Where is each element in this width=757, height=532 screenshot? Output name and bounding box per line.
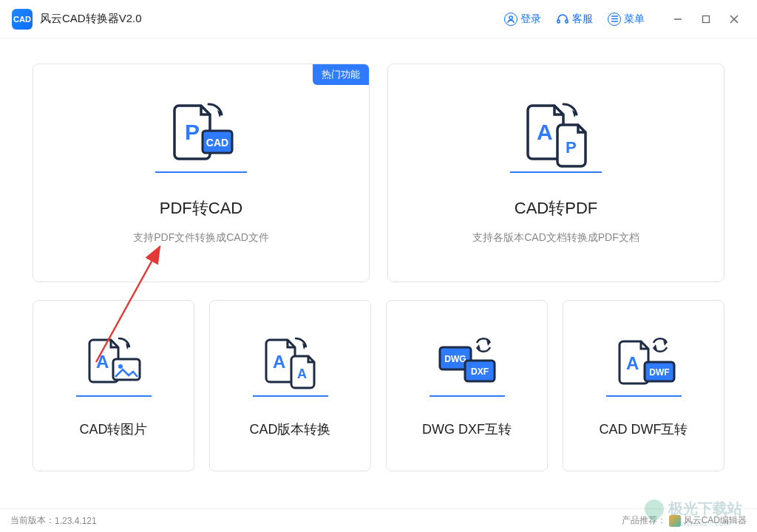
login-button[interactable]: 登录 (504, 13, 541, 26)
svg-text:A: A (273, 352, 285, 372)
svg-text:A: A (626, 353, 639, 373)
svg-point-0 (509, 16, 512, 18)
card-pdf-to-cad[interactable]: 热门功能 P CAD PDF转CAD (33, 64, 370, 282)
card-cad-to-pdf[interactable]: A P CAD转PDF 支持各版本CAD文档转换成PDF文档 (387, 64, 724, 282)
minimize-icon (673, 15, 682, 24)
cad-version-icon: A A (250, 333, 331, 407)
svg-text:A: A (96, 352, 109, 372)
menu-button[interactable]: 菜单 (608, 13, 645, 26)
cad-to-pdf-icon: A P (504, 101, 608, 183)
svg-rect-7 (703, 16, 710, 22)
card-title: CAD版本转换 (249, 420, 330, 438)
cad-to-image-icon: A (73, 333, 155, 407)
card-title: CAD转PDF (515, 197, 597, 219)
card-title: DWG DXF互转 (422, 420, 512, 438)
svg-point-22 (118, 364, 123, 369)
card-title: PDF转CAD (160, 197, 242, 219)
close-button[interactable] (723, 8, 745, 30)
dwg-dxf-icon: DWG DXF (427, 333, 508, 407)
svg-text:P: P (566, 138, 577, 157)
maximize-icon (702, 15, 710, 24)
login-label: 登录 (520, 13, 541, 26)
minimize-button[interactable] (667, 8, 689, 30)
card-dwg-dxf-convert[interactable]: DWG DXF DWG DXF互转 (386, 300, 548, 471)
svg-text:DXF: DXF (471, 366, 489, 377)
svg-text:A: A (537, 120, 553, 144)
svg-rect-1 (557, 20, 560, 23)
cad-dwf-icon: A DWF (603, 333, 685, 407)
version-value: 1.23.4.121 (55, 516, 97, 526)
card-cad-to-image[interactable]: A CAD转图片 (33, 300, 194, 471)
hot-badge: 热门功能 (313, 64, 369, 85)
close-icon (730, 15, 739, 24)
card-title: CAD DWF互转 (600, 420, 688, 438)
svg-rect-2 (566, 20, 568, 23)
card-cad-dwf-convert[interactable]: A DWF CAD DWF互转 (563, 300, 724, 471)
main-area: 热门功能 P CAD PDF转CAD (0, 38, 757, 486)
titlebar: CAD 风云CAD转换器V2.0 登录 客服 菜单 (0, 0, 757, 38)
card-cad-version-convert[interactable]: A A CAD版本转换 (209, 300, 371, 471)
app-logo-icon: CAD (12, 9, 33, 30)
card-desc: 支持各版本CAD文档转换成PDF文档 (472, 231, 639, 245)
version-label: 当前版本： (10, 514, 55, 527)
card-title: CAD转图片 (79, 420, 147, 438)
maximize-button[interactable] (695, 8, 717, 30)
footer: 当前版本： 1.23.4.121 产品推荐： 风云CAD编辑器 (0, 508, 757, 532)
card-desc: 支持PDF文件转换成CAD文件 (133, 231, 269, 245)
menu-icon (608, 13, 621, 26)
menu-label: 菜单 (624, 13, 645, 26)
pdf-to-cad-icon: P CAD (149, 101, 253, 183)
recommend-app-icon (669, 515, 681, 527)
svg-rect-21 (113, 359, 140, 380)
support-label: 客服 (572, 13, 593, 26)
svg-text:P: P (185, 120, 200, 144)
recommend-label: 产品推荐： (622, 514, 666, 527)
svg-text:A: A (297, 366, 307, 381)
svg-text:DWG: DWG (444, 354, 466, 364)
app-title: 风云CAD转换器V2.0 (40, 12, 142, 26)
support-button[interactable]: 客服 (556, 13, 593, 26)
svg-text:CAD: CAD (206, 137, 228, 149)
svg-text:DWF: DWF (649, 367, 669, 378)
user-icon (504, 13, 517, 26)
headset-icon (556, 13, 569, 26)
watermark-sub: www.xz7.com (681, 519, 730, 528)
